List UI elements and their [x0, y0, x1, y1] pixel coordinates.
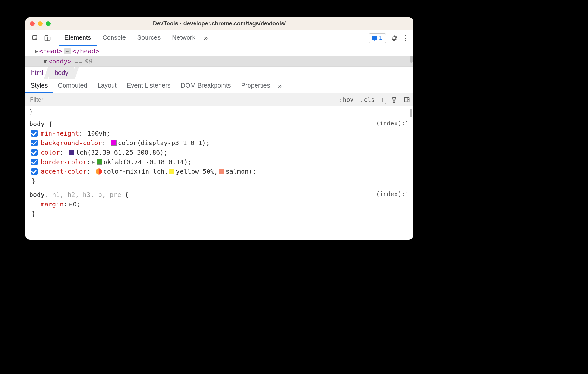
prop-name[interactable]: margin: [41, 199, 64, 209]
plus-icon: +: [381, 96, 385, 103]
insert-rule-plus-icon[interactable]: +: [405, 177, 409, 186]
prev-rule-close-brace: }: [25, 106, 413, 117]
subtab-layout[interactable]: Layout: [92, 79, 122, 93]
new-style-rule-button[interactable]: +: [378, 93, 388, 106]
prop-name[interactable]: background-color: [41, 138, 102, 148]
subtab-dom-breakpoints[interactable]: DOM Breakpoints: [176, 79, 236, 93]
dom-var-$0: $0: [84, 57, 92, 65]
rule-selector[interactable]: body, h1, h2, h3, p, pre: [29, 191, 125, 198]
tab-console[interactable]: Console: [97, 30, 131, 46]
dom-node-head[interactable]: ▶ <head> ⋯ </head>: [25, 46, 413, 56]
styles-filter-bar: :hov .cls +: [25, 93, 413, 106]
more-menu-icon[interactable]: ⋮: [400, 33, 411, 43]
prop-name[interactable]: border-color: [41, 157, 87, 167]
subtabs-overflow-icon[interactable]: »: [275, 79, 285, 93]
dom-gutter-dots: ...: [28, 57, 41, 65]
subtab-properties[interactable]: Properties: [236, 79, 275, 93]
prop-value[interactable]: color(display-p3 1 0 1): [118, 138, 206, 148]
prop-value[interactable]: 100vh: [87, 129, 106, 138]
selector-main: body: [29, 191, 44, 198]
expand-value-arrow-icon[interactable]: ▶: [91, 157, 96, 167]
cls-toggle[interactable]: .cls: [357, 93, 378, 106]
expand-value-arrow-icon[interactable]: ▶: [68, 199, 73, 209]
breadcrumb: html body: [25, 66, 413, 79]
dom-node-body[interactable]: ... ▼ <body> == $0: [25, 56, 413, 66]
brace-open: {: [48, 120, 52, 128]
selector-rest: , h1, h2, h3, p, pre: [44, 191, 121, 198]
decl-toggle-checkbox[interactable]: [31, 168, 38, 175]
device-toolbar-icon[interactable]: [43, 34, 52, 42]
hov-toggle[interactable]: :hov: [336, 93, 357, 106]
rule-selector[interactable]: body: [29, 120, 44, 128]
rule-source-link[interactable]: (index):1: [376, 118, 409, 128]
decl-margin[interactable]: margin: ▶ 0;: [29, 199, 409, 209]
main-toolbar: Elements Console Sources Network » 1 ⋮: [25, 30, 413, 46]
issues-count: 1: [379, 35, 382, 41]
dom-tag-head-close: </head>: [72, 47, 99, 55]
decl-accent-color[interactable]: accent-color: color-mix(in lch, yellow 5…: [29, 167, 409, 176]
decl-toggle-checkbox[interactable]: [31, 149, 38, 156]
prop-value-part[interactable]: color-mix(in lch,: [103, 167, 168, 176]
window-title: DevTools - developer.chrome.com/tags/dev…: [25, 20, 413, 27]
inspect-element-icon[interactable]: [31, 34, 40, 42]
window-controls: [30, 21, 51, 26]
zoom-window-button[interactable]: [46, 21, 51, 26]
tab-sources[interactable]: Sources: [132, 30, 166, 46]
prop-name[interactable]: accent-color: [41, 167, 87, 176]
issues-badge[interactable]: 1: [369, 33, 386, 43]
toolbar-separator: [57, 34, 57, 42]
prop-value-part[interactable]: yellow 50%,: [176, 167, 218, 176]
decl-toggle-checkbox[interactable]: [31, 140, 38, 146]
minimize-window-button[interactable]: [38, 21, 43, 26]
dom-tag-head-open: <head>: [39, 47, 62, 55]
tab-elements[interactable]: Elements: [59, 30, 97, 46]
rule-source-link[interactable]: (index):1: [376, 189, 409, 199]
subtab-event-listeners[interactable]: Event Listeners: [122, 79, 176, 93]
paint-brush-icon[interactable]: [388, 93, 400, 106]
color-mix-swatch-icon[interactable]: [96, 168, 102, 175]
color-swatch-icon[interactable]: [97, 159, 102, 165]
dom-tag-body: <body>: [48, 57, 71, 65]
settings-gear-icon[interactable]: [389, 33, 400, 43]
css-rule-body-group[interactable]: (index):1 body, h1, h2, h3, p, pre { mar…: [25, 187, 413, 220]
brace-close: }: [29, 176, 409, 186]
styles-filter-input[interactable]: [25, 93, 336, 106]
dom-collapsed-ellipsis[interactable]: ⋯: [64, 48, 71, 54]
css-rule-body[interactable]: (index):1 body { min-height: 100vh; back…: [25, 117, 413, 187]
decl-toggle-checkbox[interactable]: [31, 159, 38, 165]
dom-equals: ==: [74, 57, 82, 65]
decl-min-height[interactable]: min-height: 100vh;: [29, 129, 409, 138]
styles-subtabs: Styles Computed Layout Event Listeners D…: [25, 79, 413, 93]
styles-pane[interactable]: } (index):1 body { min-height: 100vh; ba…: [25, 106, 413, 240]
decl-background-color[interactable]: background-color: color(display-p3 1 0 1…: [29, 138, 409, 148]
crumb-body[interactable]: body: [49, 67, 74, 79]
color-swatch-icon[interactable]: [169, 169, 174, 174]
expand-arrow-icon[interactable]: ▶: [35, 48, 38, 54]
main-tabs: Elements Console Sources Network »: [59, 30, 211, 46]
tab-network[interactable]: Network: [166, 30, 201, 46]
brace-open: {: [125, 191, 129, 198]
decl-toggle-checkbox[interactable]: [31, 130, 38, 137]
color-swatch-icon[interactable]: [69, 150, 74, 155]
prop-name[interactable]: color: [41, 148, 60, 157]
prop-name[interactable]: min-height: [41, 129, 79, 138]
decl-border-color[interactable]: border-color: ▶ oklab(0.74 -0.18 0.14);: [29, 157, 409, 167]
decl-color[interactable]: color: lch(32.39 61.25 308.86);: [29, 148, 409, 157]
dom-scrollbar[interactable]: [410, 56, 413, 63]
prop-value-part[interactable]: salmon): [226, 167, 252, 176]
color-swatch-icon[interactable]: [219, 169, 224, 174]
computed-sidebar-toggle-icon[interactable]: [400, 93, 413, 106]
styles-scrollbar[interactable]: [410, 109, 412, 117]
subtab-computed[interactable]: Computed: [53, 79, 92, 93]
subtab-styles[interactable]: Styles: [25, 79, 53, 93]
prop-value[interactable]: oklab(0.74 -0.18 0.14): [104, 157, 188, 167]
dom-tree[interactable]: ▶ <head> ⋯ </head> ... ▼ <body> == $0: [25, 46, 413, 66]
color-swatch-icon[interactable]: [111, 140, 117, 146]
prop-value[interactable]: 0: [73, 199, 77, 209]
close-window-button[interactable]: [30, 21, 35, 26]
issues-icon: [372, 35, 377, 41]
expand-arrow-down-icon[interactable]: ▼: [43, 57, 47, 65]
brace-close: }: [29, 209, 409, 218]
tabs-overflow-icon[interactable]: »: [201, 30, 211, 46]
prop-value[interactable]: lch(32.39 61.25 308.86): [76, 148, 164, 157]
